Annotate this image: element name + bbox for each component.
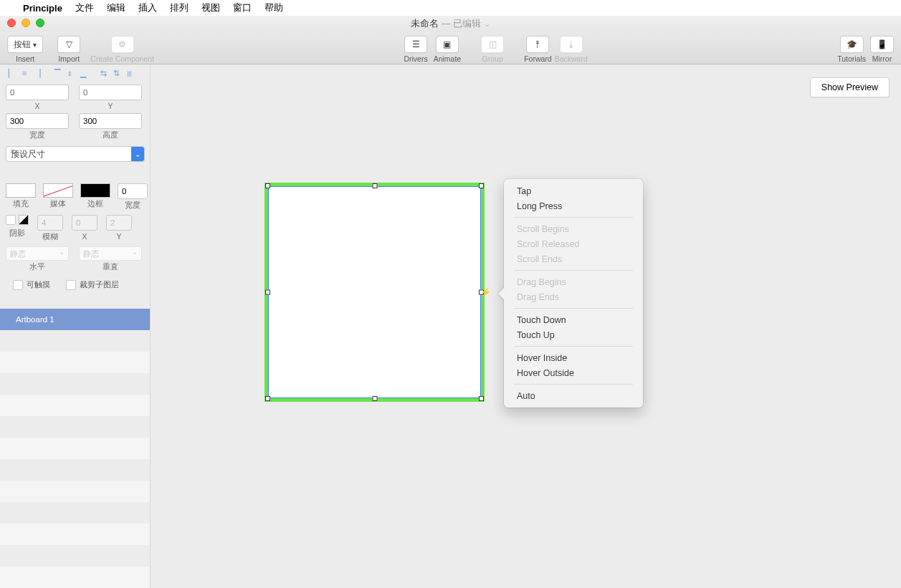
shadow-label: 阴影 — [9, 228, 25, 238]
ctx-tap[interactable]: Tap — [504, 183, 643, 198]
menu-edit[interactable]: 编辑 — [107, 1, 125, 14]
mirror-icon: 📱 — [877, 39, 887, 49]
y-label: Y — [108, 102, 113, 110]
list-item[interactable] — [0, 481, 150, 502]
align-center-h-icon[interactable]: ≡ — [19, 67, 30, 79]
shadow-y-input[interactable] — [106, 215, 132, 231]
fill-label: 填充 — [13, 199, 29, 209]
minimize-window-button[interactable] — [22, 19, 30, 27]
backward-button[interactable]: ⭳ — [560, 36, 583, 53]
artboard[interactable]: ⚡ — [264, 183, 485, 402]
resize-handle-bl[interactable] — [265, 396, 270, 401]
insert-button[interactable]: 按钮 ▾ — [7, 36, 43, 53]
import-label: Import — [58, 54, 80, 63]
group-label: Group — [482, 54, 503, 63]
align-right-icon[interactable]: ▕ — [32, 67, 43, 79]
distribute-spacing-icon[interactable]: ⫼ — [123, 67, 135, 79]
list-item[interactable] — [0, 373, 150, 395]
list-item[interactable] — [0, 416, 150, 438]
menu-file[interactable]: 文件 — [75, 1, 94, 14]
list-item[interactable] — [0, 459, 150, 481]
animate-label: Animate — [434, 54, 462, 63]
close-window-button[interactable] — [7, 19, 16, 27]
menu-insert[interactable]: 插入 — [138, 1, 157, 14]
shadow-y-label: Y — [116, 232, 121, 241]
tutorials-icon: 🎓 — [847, 39, 857, 49]
import-button[interactable]: ▽ — [57, 36, 80, 53]
ctx-scroll-ends: Scroll Ends — [504, 251, 643, 266]
shadow-checkbox[interactable] — [6, 215, 16, 225]
height-input[interactable] — [79, 113, 142, 129]
drivers-button[interactable]: ☰ — [404, 36, 427, 53]
list-item[interactable] — [0, 395, 150, 416]
border-swatch[interactable] — [80, 183, 110, 198]
list-item[interactable] — [0, 524, 150, 545]
hscroll-select[interactable]: 静态 — [6, 246, 69, 261]
forward-button[interactable]: ⭱ — [526, 36, 549, 53]
zoom-window-button[interactable] — [36, 19, 44, 27]
import-tool: ▽ Import — [57, 36, 80, 63]
canvas[interactable]: Show Preview ⚡ Tap Long Press Scroll Beg… — [151, 64, 901, 588]
insert-label: Insert — [16, 54, 34, 63]
border-width-input[interactable] — [118, 183, 148, 199]
animate-icon: ▣ — [443, 39, 451, 49]
menu-view[interactable]: 视图 — [201, 1, 220, 14]
ctx-hover-outside[interactable]: Hover Outside — [504, 365, 643, 380]
resize-handle-tm[interactable] — [372, 183, 377, 188]
tutorials-button[interactable]: 🎓 — [840, 36, 864, 53]
menu-tail-icon — [498, 287, 505, 300]
width-input[interactable] — [6, 113, 69, 129]
list-item[interactable] — [0, 502, 150, 524]
menu-window[interactable]: 窗口 — [233, 1, 252, 14]
shadow-color-swatch[interactable] — [19, 215, 29, 225]
resize-handle-tl[interactable] — [265, 183, 270, 188]
align-center-v-icon[interactable]: ⫾ — [65, 67, 76, 79]
preset-size-dropdown[interactable]: 预设尺寸 ⌄ — [6, 146, 145, 162]
drivers-icon: ☰ — [412, 39, 420, 49]
title-chevron-icon[interactable]: ⌄ — [484, 19, 490, 29]
resize-handle-tr[interactable] — [479, 183, 484, 188]
drivers-tool: ☰ Drivers — [404, 36, 427, 63]
distribute-h-icon[interactable]: ⇆ — [97, 67, 109, 79]
interaction-handle-icon[interactable]: ⚡ — [480, 287, 491, 297]
layer-item-selected[interactable]: Artboard 1 — [0, 309, 150, 330]
menu-help[interactable]: 帮助 — [264, 1, 283, 14]
menu-arrange[interactable]: 排列 — [170, 1, 189, 14]
list-item[interactable] — [0, 567, 150, 588]
app-menu[interactable]: Principle — [23, 3, 62, 14]
x-input[interactable] — [6, 85, 69, 100]
ctx-touch-down[interactable]: Touch Down — [504, 312, 643, 327]
resize-handle-br[interactable] — [479, 396, 484, 401]
ctx-drag-ends: Drag Ends — [504, 289, 643, 304]
media-swatch[interactable] — [43, 183, 73, 198]
align-top-icon[interactable]: ▔ — [52, 67, 63, 79]
group-button[interactable]: ◫ — [481, 36, 504, 53]
list-item[interactable] — [0, 330, 150, 352]
ctx-touch-up[interactable]: Touch Up — [504, 327, 643, 342]
clip-checkbox[interactable]: 裁剪子图层 — [66, 279, 119, 290]
show-preview-button[interactable]: Show Preview — [810, 77, 890, 97]
shadow-x-input[interactable] — [72, 215, 97, 231]
window-controls — [7, 19, 44, 27]
ctx-auto[interactable]: Auto — [504, 388, 643, 403]
animate-button[interactable]: ▣ — [436, 36, 459, 53]
create-component-button[interactable]: ⚙︎ — [111, 36, 134, 53]
distribute-v-icon[interactable]: ⇅ — [110, 67, 122, 79]
align-left-icon[interactable]: ▏ — [6, 67, 17, 79]
resize-handle-ml[interactable] — [265, 290, 270, 295]
blur-input[interactable] — [37, 215, 63, 231]
dropdown-arrow-icon: ⌄ — [131, 147, 144, 161]
ctx-hover-inside[interactable]: Hover Inside — [504, 350, 643, 365]
list-item[interactable] — [0, 438, 150, 459]
ctx-long-press[interactable]: Long Press — [504, 198, 643, 213]
vscroll-select[interactable]: 静态 — [79, 246, 142, 261]
mirror-button[interactable]: 📱 — [870, 36, 894, 53]
resize-handle-bm[interactable] — [372, 396, 377, 401]
list-item[interactable] — [0, 545, 150, 567]
y-input[interactable] — [79, 85, 142, 100]
list-item[interactable] — [0, 352, 150, 373]
touchable-checkbox[interactable]: 可触摸 — [13, 279, 50, 290]
fill-swatch[interactable] — [6, 183, 36, 198]
mirror-tool: 📱 Mirror — [870, 36, 894, 63]
align-bottom-icon[interactable]: ▁ — [77, 67, 89, 79]
